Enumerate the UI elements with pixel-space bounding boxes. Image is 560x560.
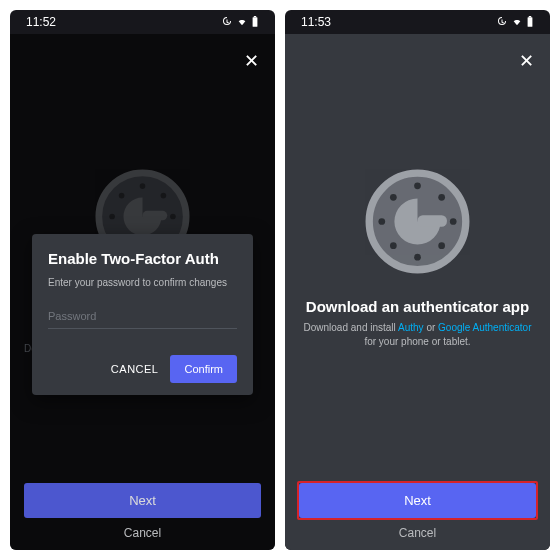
svg-rect-1 <box>254 16 256 17</box>
modal-cancel-button[interactable]: CANCEL <box>111 363 159 375</box>
bottom-actions: Next Cancel <box>24 483 261 540</box>
phone-left: 11:52 Download and install f <box>10 10 275 550</box>
sub-post: for your phone or tablet. <box>364 336 470 347</box>
svg-point-8 <box>119 193 125 199</box>
screen-content: Download an authenticator app Download a… <box>285 34 550 550</box>
next-button[interactable]: Next <box>24 483 261 518</box>
svg-rect-13 <box>528 17 533 27</box>
bottom-actions: Next Cancel <box>299 483 536 540</box>
svg-point-23 <box>390 242 397 249</box>
cancel-button[interactable]: Cancel <box>299 526 536 540</box>
svg-point-21 <box>390 194 397 201</box>
status-icons <box>496 16 534 28</box>
svg-rect-14 <box>529 16 531 17</box>
svg-rect-25 <box>418 215 447 227</box>
wifi-icon <box>512 17 522 27</box>
password-input[interactable] <box>48 306 237 329</box>
svg-point-24 <box>438 242 445 249</box>
dnd-icon <box>496 16 508 28</box>
dnd-icon <box>221 16 233 28</box>
svg-point-6 <box>109 214 115 220</box>
svg-point-19 <box>378 218 385 225</box>
modal-subtitle: Enter your password to confirm changes <box>48 277 237 288</box>
svg-point-7 <box>170 214 176 220</box>
svg-rect-0 <box>253 17 258 27</box>
battery-icon <box>251 16 259 28</box>
svg-point-18 <box>414 254 421 261</box>
authy-link[interactable]: Authy <box>398 322 424 333</box>
svg-point-4 <box>140 183 146 189</box>
svg-point-9 <box>161 193 167 199</box>
svg-point-22 <box>438 194 445 201</box>
google-authenticator-link[interactable]: Google Authenticator <box>438 322 531 333</box>
status-icons <box>221 16 259 28</box>
status-bar: 11:53 <box>285 10 550 34</box>
phone-right: 11:53 Download an authenticator app Down <box>285 10 550 550</box>
status-time: 11:53 <box>301 15 331 29</box>
auth-lock-icon <box>365 169 470 274</box>
close-icon[interactable]: ✕ <box>519 52 534 70</box>
close-icon[interactable]: ✕ <box>244 52 259 70</box>
next-button[interactable]: Next <box>299 483 536 518</box>
svg-point-20 <box>450 218 457 225</box>
enable-2fa-modal: Enable Two-Factor Auth Enter your passwo… <box>32 234 253 395</box>
battery-icon <box>526 16 534 28</box>
screen-content: Download and install for your phone or t… <box>10 34 275 550</box>
svg-point-17 <box>414 182 421 189</box>
page-title: Download an authenticator app <box>306 298 529 315</box>
svg-rect-12 <box>143 211 168 221</box>
modal-title: Enable Two-Factor Auth <box>48 250 237 267</box>
sub-pre: Download and install <box>304 322 399 333</box>
sub-mid: or <box>424 322 438 333</box>
page-subtext: Download and install Authy or Google Aut… <box>299 321 536 349</box>
wifi-icon <box>237 17 247 27</box>
modal-confirm-button[interactable]: Confirm <box>170 355 237 383</box>
status-bar: 11:52 <box>10 10 275 34</box>
status-time: 11:52 <box>26 15 56 29</box>
cancel-button[interactable]: Cancel <box>24 526 261 540</box>
modal-actions: CANCEL Confirm <box>48 355 237 383</box>
